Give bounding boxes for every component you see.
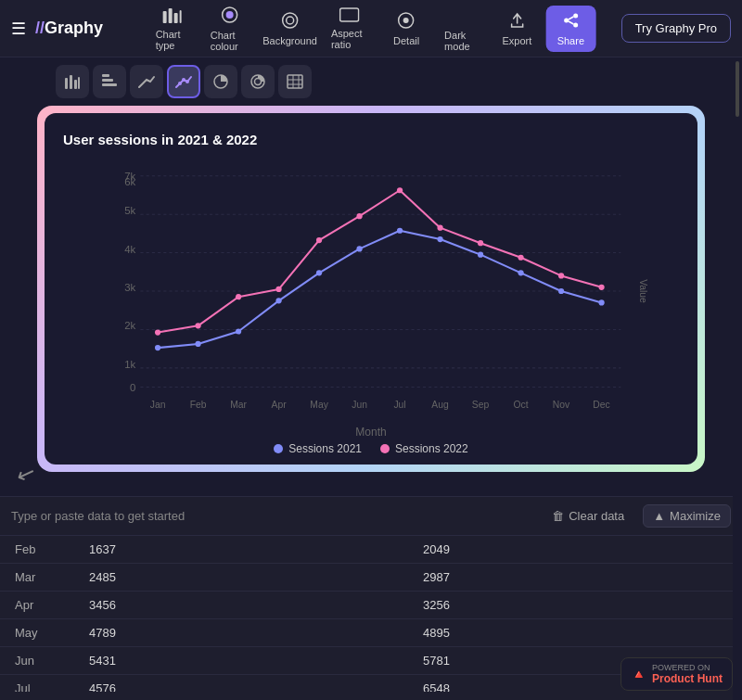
chart-type-bar2[interactable] — [93, 65, 126, 98]
svg-text:Sep: Sep — [472, 400, 490, 410]
svg-point-85 — [598, 285, 604, 290]
svg-point-74 — [155, 329, 160, 335]
svg-rect-20 — [102, 83, 117, 86]
clear-data-button[interactable]: 🗑 Clear data — [544, 505, 632, 527]
product-hunt-badge[interactable]: 🔺 POWERED ON Product Hunt — [620, 657, 733, 691]
table-cell-v2022: 3256 — [408, 592, 742, 619]
svg-point-77 — [275, 286, 281, 292]
chart-title: User sessions in 2021 & 2022 — [63, 132, 679, 147]
svg-line-15 — [569, 21, 573, 24]
chart-type-donut[interactable] — [241, 65, 275, 98]
toolbar-item-detail[interactable]: Detail — [381, 6, 431, 52]
svg-text:Aug: Aug — [431, 400, 449, 410]
toolbar-item-background[interactable]: Background — [262, 6, 318, 52]
chart-type-scatter[interactable] — [167, 65, 200, 98]
table-cell-v2021: 4576 — [74, 675, 408, 693]
toolbar-export-label: Export — [502, 35, 531, 46]
table-cell-month: May — [0, 619, 74, 647]
table-row: Mar 2485 2987 — [0, 564, 742, 592]
svg-text:0: 0 — [130, 382, 135, 393]
svg-text:2k: 2k — [124, 320, 135, 331]
product-hunt-label: Product Hunt — [652, 672, 723, 685]
navbar: ☰ //Graphy Chart type — [0, 0, 742, 57]
svg-point-7 — [287, 17, 294, 24]
toolbar-item-dark-mode[interactable]: Dark mode — [435, 0, 488, 57]
chart-colour-icon — [221, 6, 239, 27]
chart-type-line[interactable] — [130, 65, 163, 98]
table-cell-v2022: 4895 — [408, 619, 742, 647]
svg-text:Jan: Jan — [150, 400, 166, 410]
legend-label-2022: Sessions 2022 — [395, 442, 468, 455]
export-icon — [507, 11, 526, 32]
chart-preview-wrapper: User sessions in 2021 & 2022 0 1k 2k 3k … — [37, 106, 705, 472]
svg-point-24 — [182, 78, 186, 82]
toolbar-chart-colour-label: Chart colour — [211, 30, 249, 52]
maximize-button[interactable]: ▲ Maximize — [643, 504, 731, 528]
table-hint: Type or paste data to get started — [11, 509, 533, 523]
svg-text:5k: 5k — [124, 205, 135, 216]
toolbar-dark-mode-label: Dark mode — [444, 30, 479, 52]
toolbar-item-share[interactable]: Share — [545, 6, 595, 52]
svg-point-79 — [356, 213, 362, 219]
logo: //Graphy — [35, 19, 103, 38]
table-cell-v2021: 1637 — [74, 536, 408, 564]
toolbar-item-chart-colour[interactable]: Chart colour — [201, 0, 258, 57]
table-cell-v2021: 3456 — [74, 592, 408, 619]
svg-rect-29 — [288, 75, 302, 88]
toolbar-item-aspect-ratio[interactable]: Aspect ratio — [322, 2, 377, 56]
svg-text:Jul: Jul — [393, 400, 405, 410]
chart-subtoolbar — [0, 57, 742, 106]
svg-point-62 — [155, 345, 160, 350]
chevron-up-icon: ▲ — [653, 509, 665, 523]
svg-point-81 — [437, 225, 442, 231]
svg-point-28 — [255, 79, 262, 85]
chart-type-pie[interactable] — [204, 65, 237, 98]
svg-point-67 — [356, 246, 362, 251]
svg-rect-22 — [102, 74, 109, 77]
svg-point-63 — [195, 341, 200, 347]
svg-line-14 — [569, 17, 573, 19]
toolbar-item-export[interactable]: Export — [492, 6, 542, 52]
legend-dot-2022 — [380, 444, 390, 453]
svg-point-65 — [275, 298, 281, 303]
svg-text:Dec: Dec — [593, 400, 609, 410]
arrow-decoration: ↙ — [13, 458, 39, 489]
table-cell-month: Feb — [0, 536, 74, 564]
svg-rect-17 — [70, 75, 72, 89]
svg-point-25 — [186, 80, 189, 83]
chart-type-table[interactable] — [278, 65, 312, 98]
scrollbar-thumb — [736, 61, 739, 117]
svg-point-5 — [226, 11, 234, 19]
svg-rect-1 — [168, 8, 172, 23]
chart-type-bar[interactable] — [56, 65, 89, 98]
table-header: Type or paste data to get started 🗑 Clea… — [0, 497, 742, 536]
table-cell-v2022: 2987 — [408, 564, 742, 592]
svg-point-76 — [236, 294, 241, 299]
toolbar-share-label: Share — [557, 35, 584, 46]
svg-rect-8 — [340, 8, 359, 21]
svg-rect-2 — [173, 13, 177, 23]
legend-item-2021: Sessions 2021 — [274, 442, 362, 455]
svg-text:Apr: Apr — [272, 400, 288, 410]
svg-rect-0 — [162, 11, 166, 23]
svg-point-68 — [397, 228, 403, 234]
svg-text:1k: 1k — [124, 359, 135, 370]
toolbar-detail-label: Detail — [393, 35, 419, 46]
try-pro-button[interactable]: Try Graphy Pro — [621, 14, 731, 43]
svg-point-75 — [195, 323, 200, 328]
menu-icon[interactable]: ☰ — [11, 19, 26, 39]
table-cell-v2021: 4789 — [74, 619, 408, 647]
product-hunt-icon: 🔺 — [631, 667, 646, 681]
table-cell-month: Jul — [0, 675, 74, 693]
background-icon — [281, 11, 300, 32]
x-axis-label: Month — [63, 426, 679, 439]
toolbar-item-chart-type[interactable]: Chart type — [147, 1, 198, 57]
svg-rect-3 — [179, 10, 181, 23]
right-scrollbar[interactable] — [733, 57, 742, 700]
toolbar-chart-type-label: Chart type — [156, 29, 188, 51]
svg-rect-21 — [102, 79, 113, 82]
svg-text:Feb: Feb — [190, 400, 207, 410]
svg-rect-16 — [65, 78, 68, 89]
svg-point-73 — [598, 299, 604, 305]
svg-point-80 — [397, 187, 403, 193]
